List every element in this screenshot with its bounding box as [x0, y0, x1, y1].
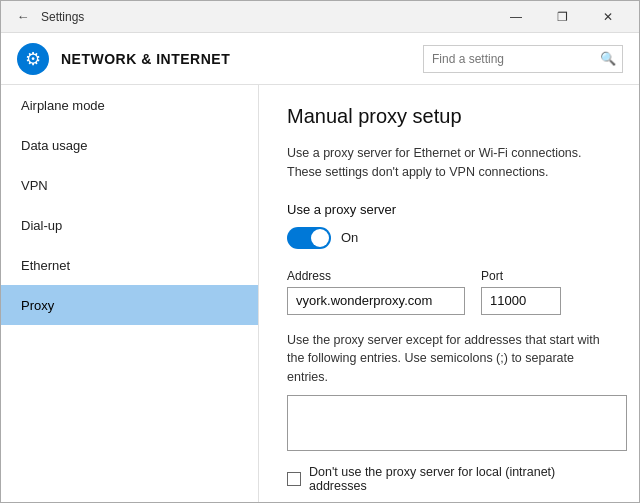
proxy-toggle-state: On [341, 230, 358, 245]
exceptions-description: Use the proxy server except for addresse… [287, 331, 611, 387]
main-content: Manual proxy setup Use a proxy server fo… [259, 85, 639, 502]
address-field-group: Address [287, 269, 465, 315]
back-button[interactable]: ← [9, 3, 37, 31]
sidebar-item-ethernet[interactable]: Ethernet [1, 245, 258, 285]
address-port-row: Address Port [287, 269, 611, 315]
close-button[interactable]: ✕ [585, 1, 631, 33]
proxy-toggle[interactable] [287, 227, 331, 249]
window-title: Settings [41, 10, 84, 24]
sidebar-item-vpn[interactable]: VPN [1, 165, 258, 205]
section-title: Manual proxy setup [287, 105, 611, 128]
sidebar-item-proxy[interactable]: Proxy [1, 285, 258, 325]
app-header: ⚙ NETWORK & INTERNET 🔍 [1, 33, 639, 85]
body: Airplane mode Data usage VPN Dial-up Eth… [1, 85, 639, 502]
search-input[interactable] [432, 52, 592, 66]
sidebar: Airplane mode Data usage VPN Dial-up Eth… [1, 85, 259, 502]
address-input[interactable] [287, 287, 465, 315]
minimize-button[interactable]: — [493, 1, 539, 33]
port-field-group: Port [481, 269, 561, 315]
titlebar: ← Settings — ❐ ✕ [1, 1, 639, 33]
local-checkbox[interactable] [287, 472, 301, 486]
address-label: Address [287, 269, 465, 283]
port-input[interactable] [481, 287, 561, 315]
window-controls: — ❐ ✕ [493, 1, 631, 33]
proxy-toggle-label: Use a proxy server [287, 202, 611, 217]
search-box[interactable]: 🔍 [423, 45, 623, 73]
proxy-toggle-row: On [287, 227, 611, 249]
local-checkbox-row: Don't use the proxy server for local (in… [287, 465, 611, 493]
maximize-button[interactable]: ❐ [539, 1, 585, 33]
sidebar-item-dialup[interactable]: Dial-up [1, 205, 258, 245]
local-checkbox-label: Don't use the proxy server for local (in… [309, 465, 611, 493]
sidebar-item-data-usage[interactable]: Data usage [1, 125, 258, 165]
exceptions-input[interactable] [287, 395, 627, 451]
port-label: Port [481, 269, 561, 283]
description: Use a proxy server for Ethernet or Wi-Fi… [287, 144, 611, 182]
settings-window: ← Settings — ❐ ✕ ⚙ NETWORK & INTERNET 🔍 … [0, 0, 640, 503]
app-title: NETWORK & INTERNET [61, 51, 423, 67]
sidebar-item-airplane-mode[interactable]: Airplane mode [1, 85, 258, 125]
search-icon: 🔍 [600, 51, 616, 66]
gear-icon: ⚙ [17, 43, 49, 75]
